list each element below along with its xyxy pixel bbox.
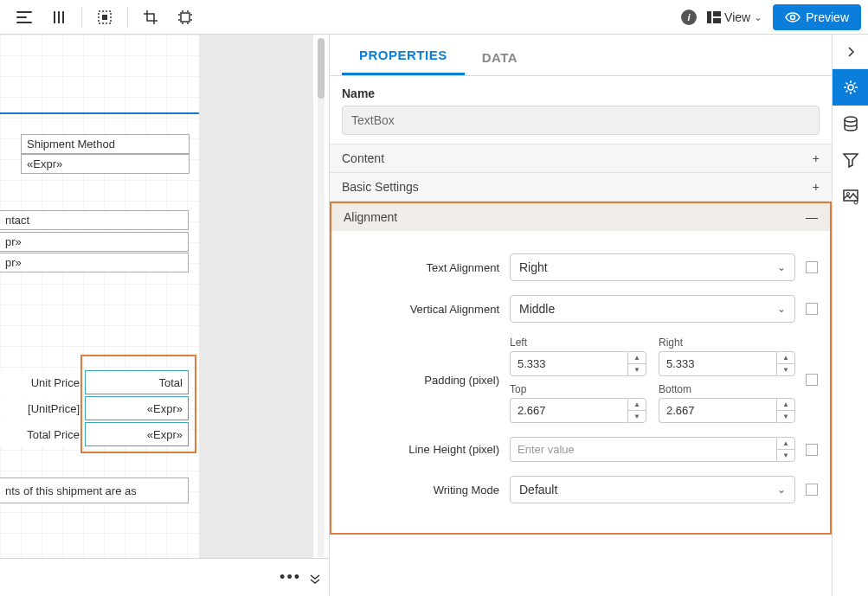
properties-panel: PROPERTIES DATA Name TextBox Content + B…: [329, 35, 832, 596]
padding-left-input[interactable]: 5.333 ▲▼: [510, 351, 646, 376]
selected-cell-expr1[interactable]: «Expr»: [85, 396, 189, 420]
svg-point-6: [791, 15, 795, 19]
stepper-down-icon[interactable]: ▼: [628, 411, 646, 422]
svg-point-8: [845, 117, 857, 122]
svg-point-7: [848, 85, 853, 90]
name-input[interactable]: TextBox: [342, 106, 820, 135]
svg-rect-2: [181, 13, 190, 22]
vertical-alignment-select[interactable]: Middle ⌄: [510, 295, 795, 323]
top-toolbar: i View ⌄ Preview: [0, 0, 868, 35]
columns-icon[interactable]: [42, 3, 76, 31]
design-canvas-column: Shipment Method «Expr» ntact pr» pr» Uni…: [0, 35, 329, 596]
stepper-up-icon[interactable]: ▲: [777, 352, 794, 364]
tab-properties[interactable]: PROPERTIES: [342, 37, 465, 75]
preview-button[interactable]: Preview: [773, 4, 861, 30]
stepper-down-icon[interactable]: ▼: [777, 450, 794, 461]
svg-rect-1: [102, 15, 107, 20]
padding-top-label: Top: [510, 383, 646, 395]
field-pr1[interactable]: pr»: [0, 232, 189, 252]
plus-icon: +: [813, 180, 820, 194]
line-height-checkbox[interactable]: [806, 444, 818, 456]
selected-cell-total[interactable]: Total: [85, 370, 189, 394]
padding-bottom-input[interactable]: 2.667 ▲▼: [659, 398, 795, 423]
rail-data[interactable]: [833, 106, 869, 142]
tab-data[interactable]: DATA: [465, 40, 535, 75]
stepper-down-icon[interactable]: ▼: [777, 411, 794, 422]
select-all-icon[interactable]: [87, 3, 122, 31]
chevron-down-icon: ⌄: [754, 11, 762, 23]
text-alignment-select[interactable]: Right ⌄: [510, 253, 795, 281]
field-footer[interactable]: nts of this shipment are as: [0, 477, 189, 503]
rail-expand[interactable]: [833, 35, 868, 69]
chevron-down-icon: ⌄: [777, 484, 786, 496]
canvas-footer: •••: [0, 558, 329, 596]
line-height-input[interactable]: Enter value ▲▼: [510, 437, 795, 462]
text-alignment-label: Text Alignment: [344, 261, 499, 274]
cell-unit-price-bind[interactable]: [UnitPrice]: [0, 396, 85, 420]
view-dropdown[interactable]: View ⌄: [707, 10, 762, 24]
padding-left-label: Left: [510, 336, 646, 349]
padding-label: Padding (pixel): [344, 374, 499, 387]
rail-filter[interactable]: [833, 142, 869, 178]
panel-tabs: PROPERTIES DATA: [330, 35, 832, 76]
padding-checkbox[interactable]: [806, 374, 818, 386]
stepper-up-icon[interactable]: ▲: [628, 399, 646, 411]
writing-mode-label: Writing Mode: [344, 484, 499, 497]
field-ntact[interactable]: ntact: [0, 210, 189, 230]
rail-settings[interactable]: [833, 69, 869, 106]
name-label: Name: [330, 76, 832, 106]
canvas-gutter: [199, 35, 313, 558]
cell-unit-price-header[interactable]: Unit Price: [0, 370, 85, 394]
padding-top-input[interactable]: 2.667 ▲▼: [510, 398, 646, 423]
field-expr[interactable]: «Expr»: [21, 154, 190, 174]
view-label: View: [724, 10, 750, 24]
padding-bottom-label: Bottom: [659, 383, 795, 395]
right-rail: [832, 35, 868, 596]
section-alignment[interactable]: Alignment —: [330, 202, 832, 231]
section-content[interactable]: Content +: [330, 144, 832, 172]
minus-icon: —: [806, 210, 818, 224]
crop-icon[interactable]: [133, 3, 168, 31]
field-pr2[interactable]: pr»: [0, 253, 189, 272]
stepper-down-icon[interactable]: ▼: [628, 364, 646, 375]
svg-rect-5: [713, 18, 721, 23]
field-shipment-method[interactable]: Shipment Method: [21, 134, 190, 154]
chevron-down-icon: ⌄: [777, 261, 786, 273]
alignment-body: Text Alignment Right ⌄ Vertical Alignmen…: [330, 231, 832, 535]
artboard-icon[interactable]: [168, 3, 203, 31]
stepper-down-icon[interactable]: ▼: [777, 364, 794, 375]
svg-rect-4: [713, 11, 721, 16]
line-height-label: Line Height (pixel): [344, 443, 499, 456]
eye-icon: [785, 12, 800, 22]
chevron-down-icon: ⌄: [777, 303, 786, 315]
section-basic-settings[interactable]: Basic Settings +: [330, 173, 832, 201]
stepper-up-icon[interactable]: ▲: [628, 352, 646, 364]
rail-image[interactable]: [833, 178, 869, 215]
align-left-icon[interactable]: [7, 3, 42, 31]
cell-total-price[interactable]: Total Price: [0, 422, 85, 446]
collapse-icon[interactable]: [310, 572, 320, 584]
preview-label: Preview: [806, 10, 849, 24]
padding-right-input[interactable]: 5.333 ▲▼: [659, 351, 795, 376]
design-canvas[interactable]: Shipment Method «Expr» ntact pr» pr» Uni…: [0, 35, 199, 558]
svg-rect-3: [707, 11, 711, 23]
canvas-scrollbar[interactable]: [318, 38, 325, 558]
plus-icon: +: [813, 151, 820, 165]
layout-icon: [707, 11, 721, 23]
writing-mode-select[interactable]: Default ⌄: [510, 476, 795, 503]
padding-right-label: Right: [659, 336, 795, 349]
text-alignment-checkbox[interactable]: [806, 261, 818, 273]
stepper-up-icon[interactable]: ▲: [777, 438, 794, 450]
writing-mode-checkbox[interactable]: [806, 484, 818, 496]
vertical-alignment-label: Vertical Alignment: [344, 303, 499, 316]
info-icon[interactable]: i: [681, 10, 697, 25]
selected-cell-expr2[interactable]: «Expr»: [85, 422, 189, 446]
stepper-up-icon[interactable]: ▲: [777, 399, 794, 411]
more-icon[interactable]: •••: [280, 568, 301, 586]
vertical-alignment-checkbox[interactable]: [806, 303, 818, 315]
